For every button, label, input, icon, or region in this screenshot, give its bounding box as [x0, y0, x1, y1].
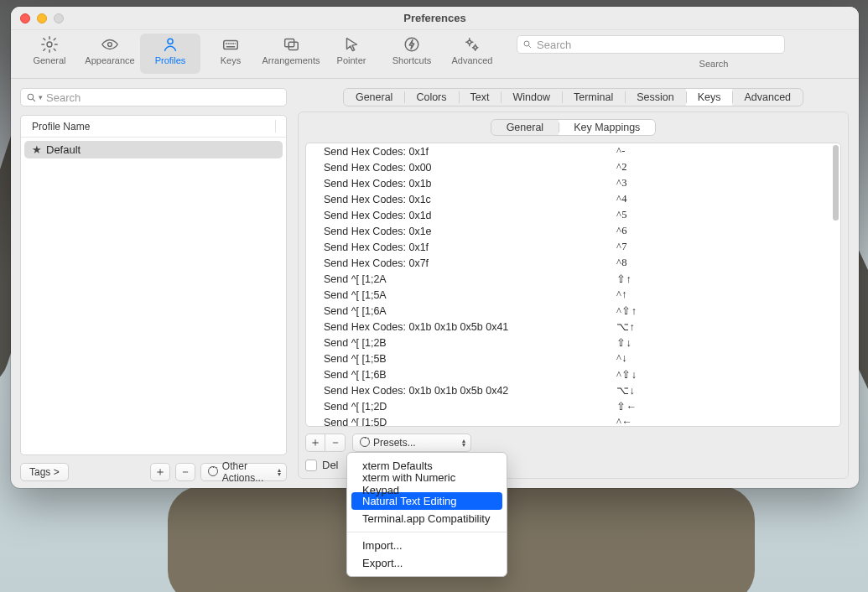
key-mapping-row[interactable]: Send ^[ [1;5B^↓ [306, 351, 840, 366]
profiles-header[interactable]: Profile Name [21, 116, 286, 138]
key-mapping-row[interactable]: Send Hex Codes: 0x00^2 [306, 159, 840, 175]
key-mapping-row[interactable]: Send ^[ [1;5D^← [306, 414, 840, 426]
key-mapping-shortcut: ⇧↓ [616, 336, 717, 350]
svg-point-7 [468, 40, 471, 44]
svg-point-10 [28, 94, 34, 100]
profiles-list-box: Profile Name ★Default [20, 115, 287, 455]
svg-rect-4 [285, 39, 294, 47]
tab-advanced[interactable]: Advanced [732, 89, 803, 106]
pointer-icon [342, 35, 361, 54]
key-mapping-shortcut: ^← [616, 416, 717, 426]
eye-icon [101, 35, 119, 54]
tab-session[interactable]: Session [625, 89, 685, 106]
toolbar-shortcuts[interactable]: Shortcuts [382, 34, 442, 74]
tab-keys[interactable]: Keys [686, 89, 733, 106]
key-mapping-shortcut: ^⇧↑ [616, 304, 717, 318]
menu-separator [347, 532, 507, 532]
titlebar: Preferences [11, 7, 859, 30]
toolbar-search-label: Search [580, 59, 848, 69]
profiles-search-input[interactable]: ▾ Search [20, 88, 287, 106]
add-profile-button[interactable]: ＋ [150, 463, 170, 481]
subtab-general[interactable]: General [491, 120, 559, 135]
presets-menu: xterm Defaultsxterm with Numeric KeypadN… [346, 452, 507, 577]
svg-point-0 [47, 42, 52, 47]
presets-dropdown[interactable]: Presets... ▴▾ [352, 434, 471, 452]
menu-item-terminal-app-compatibility[interactable]: Terminal.app Compatibility [351, 510, 502, 527]
key-mapping-row[interactable]: Send Hex Codes: 0x7f^8 [306, 255, 840, 271]
subtab-key-mappings[interactable]: Key Mappings [559, 120, 655, 135]
key-mapping-action: Send ^[ [1;5B [324, 353, 616, 365]
profile-name: Default [46, 143, 81, 156]
key-mapping-action: Send ^[ [1;5D [324, 417, 616, 427]
key-mappings-table[interactable]: Send Hex Codes: 0x1f^-Send Hex Codes: 0x… [305, 143, 841, 427]
key-mapping-action: Send Hex Codes: 0x00 [324, 162, 616, 174]
gear-icon [40, 35, 59, 54]
preferences-toolbar: General Appearance Profiles Keys Arrange… [11, 30, 859, 79]
plus-icon: ＋ [154, 465, 166, 480]
menu-item-xterm-with-numeric-keypad[interactable]: xterm with Numeric Keypad [351, 475, 502, 492]
remove-profile-button[interactable]: － [175, 463, 195, 481]
key-mapping-row[interactable]: Send Hex Codes: 0x1b 0x1b 0x5b 0x41⌥↑ [306, 319, 840, 335]
other-actions-dropdown[interactable]: Other Actions... ▴▾ [200, 463, 287, 481]
key-mapping-action: Send Hex Codes: 0x1f [324, 241, 616, 253]
key-mapping-row[interactable]: Send Hex Codes: 0x1e^6 [306, 223, 840, 239]
svg-rect-5 [288, 42, 298, 49]
tags-button[interactable]: Tags > [20, 463, 69, 481]
toolbar-general[interactable]: General [19, 34, 80, 74]
checkbox-icon [305, 460, 317, 471]
toolbar-profiles[interactable]: Profiles [140, 34, 200, 74]
key-mapping-action: Send Hex Codes: 0x1c [324, 194, 616, 205]
key-mapping-action: Send Hex Codes: 0x1b 0x1b 0x5b 0x42 [324, 385, 616, 397]
toolbar-advanced[interactable]: Advanced [442, 34, 502, 74]
key-mapping-row[interactable]: Send Hex Codes: 0x1f^- [306, 143, 840, 159]
tab-general[interactable]: General [344, 89, 404, 106]
key-mapping-row[interactable]: Send Hex Codes: 0x1d^5 [306, 207, 840, 223]
windows-icon [282, 35, 300, 54]
toolbar-pointer[interactable]: Pointer [321, 34, 382, 74]
key-mapping-action: Send ^[ [1;2D [324, 401, 616, 413]
key-mapping-action: Send ^[ [1;6A [324, 305, 616, 317]
key-mapping-shortcut: ^3 [616, 177, 717, 190]
svg-point-2 [168, 39, 173, 44]
key-mapping-row[interactable]: Send Hex Codes: 0x1b 0x1b 0x5b 0x42⌥↓ [306, 382, 840, 398]
preferences-window: Preferences General Appearance Profiles … [11, 7, 859, 488]
tab-terminal[interactable]: Terminal [562, 89, 625, 106]
profile-row[interactable]: ★Default [24, 141, 283, 158]
key-mapping-row[interactable]: Send ^[ [1;6A^⇧↑ [306, 303, 840, 319]
key-mapping-row[interactable]: Send Hex Codes: 0x1c^4 [306, 191, 840, 207]
menu-item-import[interactable]: Import... [351, 537, 502, 554]
remove-mapping-button[interactable]: － [325, 434, 346, 452]
key-mapping-action: Send Hex Codes: 0x7f [324, 257, 616, 269]
chevron-updown-icon: ▴▾ [278, 468, 281, 476]
key-mapping-row[interactable]: Send ^[ [1;2A⇧↑ [306, 271, 840, 287]
tab-window[interactable]: Window [501, 89, 561, 106]
keyboard-icon [221, 35, 240, 54]
key-mapping-action: Send ^[ [1;6B [324, 369, 616, 381]
key-mapping-row[interactable]: Send ^[ [1;2B⇧↓ [306, 335, 840, 351]
toolbar-keys[interactable]: Keys [200, 34, 261, 74]
toolbar-search-input[interactable]: Search [517, 35, 785, 54]
column-resize-handle[interactable] [275, 120, 276, 132]
toolbar-arrangements[interactable]: Arrangements [261, 34, 321, 74]
chevron-down-icon: ▾ [39, 93, 43, 101]
scrollbar-thumb[interactable] [833, 145, 839, 221]
key-mapping-row[interactable]: Send ^[ [1;6B^⇧↓ [306, 366, 840, 382]
key-mapping-shortcut: ^⇧↓ [616, 368, 717, 382]
key-mapping-shortcut: ^4 [616, 193, 717, 205]
tab-text[interactable]: Text [459, 89, 502, 106]
key-mapping-row[interactable]: Send Hex Codes: 0x1b^3 [306, 175, 840, 191]
key-mapping-row[interactable]: Send ^[ [1;5A^↑ [306, 287, 840, 303]
toolbar-appearance[interactable]: Appearance [80, 34, 140, 74]
key-mapping-shortcut: ^↓ [616, 352, 717, 365]
ellipsis-circle-icon [360, 437, 370, 449]
key-mapping-row[interactable]: Send Hex Codes: 0x1f^7 [306, 239, 840, 255]
key-mapping-row[interactable]: Send ^[ [1;2D⇧← [306, 398, 840, 414]
profile-settings: GeneralColorsTextWindowTerminalSessionKe… [296, 79, 859, 488]
add-mapping-button[interactable]: ＋ [305, 434, 325, 452]
key-mapping-shortcut: ^2 [616, 161, 717, 174]
tab-colors[interactable]: Colors [404, 89, 458, 106]
plus-icon: ＋ [309, 435, 321, 450]
menu-item-export[interactable]: Export... [351, 554, 502, 572]
key-mapping-shortcut: ⇧← [616, 400, 717, 413]
window-title: Preferences [11, 12, 859, 24]
